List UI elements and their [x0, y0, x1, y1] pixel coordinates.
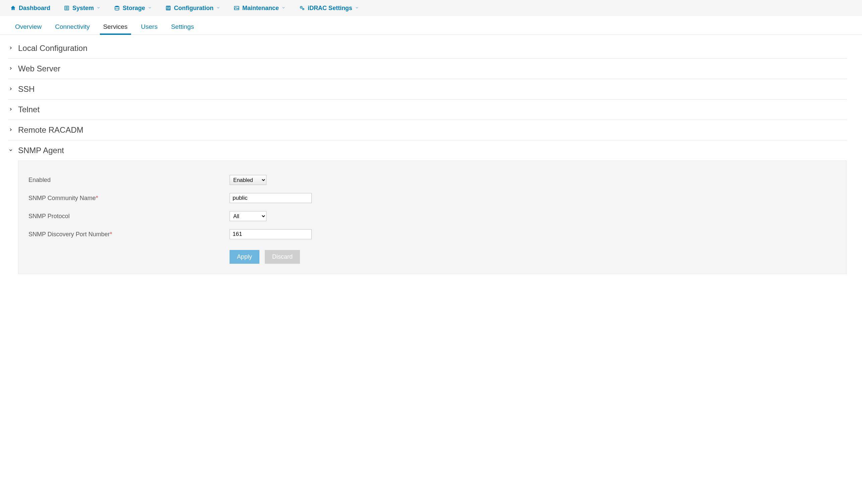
chevron-right-icon — [8, 87, 13, 92]
section-title: Remote RACADM — [18, 125, 83, 135]
chevron-down-icon — [96, 6, 101, 11]
tab-overview[interactable]: Overview — [15, 23, 41, 35]
section-title: Telnet — [18, 105, 40, 114]
section-title: SNMP Agent — [18, 146, 64, 155]
home-icon — [10, 5, 16, 11]
label-community-name: SNMP Community Name* — [28, 195, 230, 202]
section-title: SSH — [18, 84, 35, 94]
nav-label: System — [73, 5, 94, 12]
button-row: Apply Discard — [230, 250, 837, 264]
gears-icon — [299, 5, 305, 11]
community-name-input[interactable] — [230, 193, 312, 203]
section-title: Web Server — [18, 64, 60, 74]
chevron-down-icon — [282, 6, 286, 11]
chevron-down-icon — [216, 6, 220, 11]
row-community-name: SNMP Community Name* — [28, 189, 837, 207]
section-header-remote-racadm[interactable]: Remote RACADM — [8, 120, 847, 140]
tab-connectivity[interactable]: Connectivity — [55, 23, 90, 35]
section-header-ssh[interactable]: SSH — [8, 79, 847, 99]
list-icon — [64, 5, 70, 11]
chevron-right-icon — [8, 66, 13, 72]
section-web-server: Web Server — [8, 59, 847, 79]
label-text: SNMP Community Name — [28, 195, 96, 201]
section-snmp-agent: SNMP Agent Enabled Enabled SNMP Communit… — [8, 141, 847, 274]
chevron-right-icon — [8, 107, 13, 112]
section-ssh: SSH — [8, 79, 847, 100]
apply-button[interactable]: Apply — [230, 250, 259, 264]
svg-rect-10 — [168, 9, 169, 9]
discard-button[interactable]: Discard — [265, 250, 300, 264]
chevron-right-icon — [8, 127, 13, 133]
required-asterisk: * — [110, 231, 112, 238]
chevron-down-icon — [8, 148, 13, 154]
nav-label: Maintenance — [242, 5, 279, 12]
chevron-down-icon — [355, 6, 359, 11]
nav-label: Dashboard — [19, 5, 50, 12]
snmp-panel: Enabled Enabled SNMP Community Name* SNM… — [18, 160, 847, 274]
section-header-local-configuration[interactable]: Local Configuration — [8, 38, 847, 58]
chevron-right-icon — [8, 45, 13, 51]
subtabs: Overview Connectivity Services Users Set… — [0, 16, 862, 35]
svg-rect-6 — [167, 7, 168, 10]
row-enabled: Enabled Enabled — [28, 171, 837, 189]
sections: Local Configuration Web Server SSH Telne… — [0, 35, 862, 284]
svg-rect-7 — [168, 7, 169, 10]
svg-rect-11 — [169, 8, 170, 9]
image-icon — [234, 5, 240, 11]
row-protocol: SNMP Protocol All — [28, 207, 837, 225]
section-header-web-server[interactable]: Web Server — [8, 59, 847, 79]
svg-rect-9 — [167, 7, 168, 8]
label-protocol: SNMP Protocol — [28, 213, 230, 220]
database-icon — [114, 5, 120, 11]
required-asterisk: * — [96, 195, 98, 201]
enabled-select[interactable]: Enabled — [230, 175, 266, 185]
nav-configuration[interactable]: Configuration — [165, 5, 220, 12]
protocol-select[interactable]: All — [230, 211, 266, 221]
chevron-down-icon — [148, 6, 152, 11]
label-discovery-port: SNMP Discovery Port Number* — [28, 231, 230, 238]
nav-idrac-settings[interactable]: iDRAC Settings — [299, 5, 359, 12]
sliders-icon — [165, 5, 171, 11]
row-discovery-port: SNMP Discovery Port Number* — [28, 225, 837, 243]
nav-storage[interactable]: Storage — [114, 5, 152, 12]
section-header-snmp-agent[interactable]: SNMP Agent — [8, 141, 847, 160]
nav-system[interactable]: System — [64, 5, 101, 12]
label-enabled: Enabled — [28, 176, 230, 184]
tab-users[interactable]: Users — [141, 23, 158, 35]
section-title: Local Configuration — [18, 43, 88, 53]
svg-point-4 — [115, 6, 119, 8]
topnav: Dashboard System Storage Configuration M… — [0, 0, 862, 16]
tab-settings[interactable]: Settings — [171, 23, 194, 35]
section-header-telnet[interactable]: Telnet — [8, 100, 847, 120]
nav-label: iDRAC Settings — [308, 5, 352, 12]
tab-services[interactable]: Services — [103, 23, 128, 35]
svg-point-14 — [301, 7, 302, 8]
discovery-port-input[interactable] — [230, 229, 312, 239]
section-local-configuration: Local Configuration — [8, 38, 847, 59]
nav-label: Configuration — [174, 5, 213, 12]
section-remote-racadm: Remote RACADM — [8, 120, 847, 141]
svg-point-16 — [303, 9, 304, 9]
nav-maintenance[interactable]: Maintenance — [234, 5, 286, 12]
nav-label: Storage — [123, 5, 145, 12]
section-telnet: Telnet — [8, 100, 847, 120]
label-text: SNMP Discovery Port Number — [28, 231, 110, 238]
nav-dashboard[interactable]: Dashboard — [10, 5, 50, 12]
